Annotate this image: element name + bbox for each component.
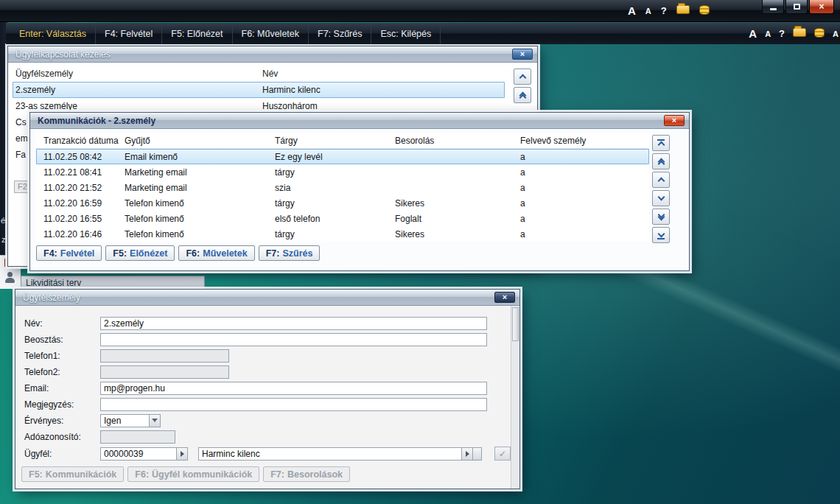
table-row-selected[interactable]: 11.02.25 08:42 Email kimenő Ez egy levél… — [36, 149, 649, 164]
scroll-last-button[interactable] — [652, 227, 670, 243]
scroll-first-button[interactable] — [652, 135, 670, 151]
scroll-page-up-button[interactable] — [652, 153, 670, 169]
chevron-up-icon — [657, 178, 665, 185]
folder-icon[interactable] — [676, 5, 690, 16]
small-button[interactable] — [473, 447, 482, 461]
window-title: Likviditási terv — [26, 278, 81, 288]
menu-item-szures[interactable]: F7: Szűrés — [309, 23, 371, 44]
besorolasok-button[interactable]: F7: Besorolások — [263, 466, 350, 482]
close-icon[interactable]: × — [664, 115, 685, 126]
menu-bar: Enter: Választás F4: Felvétel F5: Előnéz… — [6, 23, 840, 44]
form-body: Név: Beosztás: Telefon1: Telefon2: Email… — [15, 306, 519, 489]
minimize-button[interactable] — [762, 0, 784, 14]
ervenyes-select[interactable] — [100, 414, 150, 427]
beosztas-label: Beosztás: — [24, 335, 100, 345]
nev-label: Név: — [24, 318, 100, 329]
folder-icon[interactable] — [793, 28, 806, 39]
scroll-button-column — [652, 135, 670, 245]
table-row[interactable]: 11.02.20 16:59 Telefon kimenő tárgy Sike… — [36, 195, 649, 211]
font-large-button[interactable]: A — [628, 4, 636, 17]
ervenyes-label: Érvényes: — [24, 416, 100, 426]
beosztas-input[interactable] — [100, 333, 487, 346]
close-button[interactable]: × — [809, 0, 834, 14]
table-row-selected[interactable]: 2.személy Harminc kilenc — [13, 82, 505, 98]
help-button[interactable]: ? — [661, 5, 667, 16]
communications-body: Tranzakció dátuma Gyűjtő Tárgy Besorolás… — [30, 129, 689, 270]
maximize-button[interactable] — [785, 0, 808, 14]
window-ugyfelszemely: Ügyfélszemély × Név: Beosztás: Telefon1:… — [15, 289, 520, 489]
table-row[interactable]: 11.02.21 08:41 Marketing email tárgy a — [36, 164, 649, 180]
szures-button[interactable]: F7: Szűrés — [259, 245, 321, 261]
person-icon — [4, 272, 15, 284]
minimize-icon — [770, 8, 777, 10]
scroll-up-button[interactable] — [652, 172, 670, 188]
menu-item-felvetel[interactable]: F4: Felvétel — [96, 23, 162, 44]
coins-icon[interactable] — [814, 28, 825, 40]
telefon1-input[interactable] — [100, 349, 229, 363]
elonezet-button[interactable]: F5: Előnézet — [105, 245, 175, 261]
arrow-right-icon — [181, 451, 184, 457]
email-input[interactable] — [100, 382, 487, 395]
scrollbar-thumb[interactable] — [512, 307, 519, 341]
scrollbar-track[interactable] — [511, 306, 519, 489]
confirm-check-button[interactable]: ✓ — [494, 447, 511, 461]
table-row[interactable]: 11.02.20 21:52 Marketing email szia a — [36, 180, 649, 195]
menu-item-kilepes[interactable]: Esc: Kilépés — [371, 23, 441, 44]
felvetel-button[interactable]: F4: Felvétel — [36, 245, 102, 261]
help-button[interactable]: ? — [779, 28, 785, 39]
window-titlebar[interactable]: Ügyfélszemély × — [15, 290, 519, 306]
font-large-button[interactable]: A — [749, 27, 757, 40]
communications-table: Tranzakció dátuma Gyűjtő Tárgy Besorolás… — [36, 133, 649, 242]
clipped-text-fragment: z — [1, 235, 6, 244]
menu-item-elonezet[interactable]: F5: Előnézet — [162, 23, 232, 44]
clipped-toolbar-fragment: A — [833, 29, 839, 38]
adoazonosito-input[interactable] — [100, 430, 175, 444]
lookup-arrow-button[interactable] — [462, 447, 473, 461]
scroll-page-up-button[interactable] — [514, 87, 531, 103]
column-header: Tranzakció dátuma — [43, 136, 125, 146]
telefon2-input[interactable] — [100, 365, 229, 379]
chevron-up-icon — [657, 141, 665, 148]
close-icon[interactable]: × — [494, 292, 515, 303]
ugyfel-label: Ügyfél: — [24, 449, 100, 459]
muveletek-button[interactable]: F6: Műveletek — [178, 245, 254, 261]
table-header: Ügyfélszemély Név — [13, 66, 505, 82]
ugyfel-kommunikaciok-button[interactable]: F6: Ügyfél kommunikációk — [127, 466, 259, 482]
column-header: Tárgy — [275, 136, 395, 146]
menu-item-muveletek[interactable]: F6: Műveletek — [233, 23, 309, 44]
font-small-button[interactable]: A — [645, 7, 651, 15]
close-icon[interactable]: × — [512, 49, 533, 60]
nev-input[interactable] — [100, 317, 487, 330]
lookup-arrow-button[interactable] — [177, 447, 188, 461]
menu-item-valasztas[interactable]: Enter: Választás — [10, 23, 96, 44]
table-header: Tranzakció dátuma Gyűjtő Tárgy Besorolás… — [36, 133, 649, 149]
window-controls: × — [762, 0, 834, 14]
window-kommunikaciok: Kommunikációk - 2.személy × Tranzakció d… — [29, 112, 690, 271]
scroll-page-down-button[interactable] — [652, 209, 670, 225]
app-titlebar[interactable]: A A ? × — [0, 0, 840, 22]
window-likviditasi-terv-titlebar[interactable]: Likviditási terv — [21, 276, 205, 289]
window-titlebar[interactable]: Ügyfélkapcsolat kezelés × — [8, 46, 537, 63]
email-label: Email: — [24, 383, 100, 393]
telefon2-label: Telefon2: — [24, 367, 100, 377]
table-row[interactable]: 11.02.20 16:55 Telefon kimenő első telef… — [36, 211, 649, 226]
kommunikaciok-button[interactable]: F5: Kommunikációk — [21, 466, 124, 482]
footer-button-row: F5: Kommunikációk F6: Ügyfél kommunikáci… — [21, 466, 354, 482]
ugyfel-code-input[interactable] — [100, 447, 177, 461]
coins-icon[interactable] — [699, 5, 710, 17]
table-row[interactable]: 11.02.20 16:46 Telefon kimenő tárgy Sike… — [36, 226, 649, 242]
column-header: Gyűjtő — [125, 136, 275, 146]
megjegyzes-input[interactable] — [100, 398, 487, 411]
ugyfel-name-input[interactable] — [198, 447, 462, 461]
dropdown-button[interactable] — [150, 414, 161, 427]
maximize-icon — [794, 4, 800, 10]
desktop: A A ? × Enter: Választás F4: Felvétel F5… — [0, 0, 840, 504]
telefon1-label: Telefon1: — [24, 351, 100, 361]
scroll-down-button[interactable] — [652, 190, 670, 206]
scroll-up-button[interactable] — [514, 69, 531, 85]
font-small-button[interactable]: A — [765, 29, 771, 38]
chevron-down-icon — [152, 419, 158, 422]
adoazonosito-label: Adóazonosító: — [24, 432, 100, 442]
window-title: Kommunikációk - 2.személy — [38, 116, 155, 126]
window-titlebar[interactable]: Kommunikációk - 2.személy × — [30, 113, 689, 129]
